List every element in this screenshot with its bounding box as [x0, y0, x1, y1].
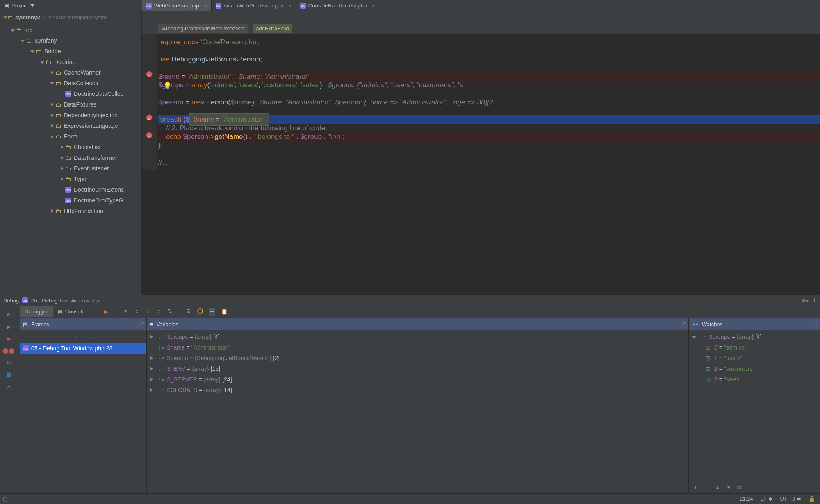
watch-root[interactable]: ⋮≡$groups = {array} [4] — [689, 331, 820, 342]
frame-row[interactable]: php 05 - Debug Tool Window.php:23 — [20, 343, 146, 354]
chevron-right-icon[interactable] — [49, 208, 55, 214]
mute-breakpoints-icon[interactable]: ⊘ — [7, 359, 11, 366]
breakpoint-icon[interactable] — [146, 114, 153, 121]
chevron-right-icon[interactable] — [59, 144, 65, 150]
settings-icon[interactable]: ☰ — [209, 308, 215, 316]
down-arrow-icon[interactable]: ↓ — [89, 334, 92, 341]
tree-node[interactable]: 🗀CacheWarmer — [0, 67, 141, 78]
tab-consolehandler[interactable]: php ConsoleHandlerTest.php × — [296, 0, 379, 11]
close-icon[interactable]: × — [288, 2, 292, 9]
step-into-icon[interactable]: ⭝ — [134, 309, 139, 315]
encoding[interactable]: UTF-8 ≑ — [780, 496, 801, 502]
step-out-icon[interactable]: ⭜ — [156, 309, 161, 315]
tree-node[interactable]: 🗀EventListener — [0, 163, 141, 174]
chevron-down-icon[interactable] — [49, 133, 55, 140]
pin-icon[interactable]: →' — [137, 321, 143, 327]
tree-node[interactable]: 🗀DataCollector — [0, 78, 141, 89]
chevron-right-icon[interactable] — [59, 154, 65, 161]
tab-webprocessor[interactable]: php WebProcessor.php × — [142, 0, 212, 11]
tree-node[interactable]: 🗀DataFixtures — [0, 99, 141, 110]
tree-node[interactable]: 🗀ChoiceList — [0, 142, 141, 152]
variable-row[interactable]: ⋮≡$_SERVER = {array} [24] — [147, 374, 688, 385]
pin-icon[interactable]: →' — [811, 321, 817, 327]
tree-node[interactable]: 🗀HttpFoundation — [0, 206, 141, 216]
chevron-right-icon[interactable] — [49, 112, 55, 118]
step-over-icon[interactable]: ⭜ — [123, 309, 128, 315]
expand-icon[interactable] — [150, 334, 156, 340]
view-breakpoints-icon[interactable]: ⬤⬤ — [2, 347, 15, 354]
variable-row[interactable]: ⋮≡$_ENV = {array} [15] — [147, 363, 688, 374]
expand-icon[interactable] — [3, 16, 7, 19]
chevron-down-icon[interactable] — [30, 48, 35, 54]
download-icon[interactable]: ⤓ — [812, 297, 817, 304]
variable-row[interactable]: ⋮≡$GLOBALS = {array} [14] — [147, 385, 688, 395]
tree-node[interactable]: 🗀Form — [0, 131, 141, 142]
pin-icon[interactable]: →' — [679, 321, 685, 327]
tab-webprocessor2[interactable]: php src/.../WebProcessor.php × — [212, 0, 296, 11]
up-arrow-icon[interactable]: ↑ — [74, 334, 77, 341]
gear-icon[interactable]: ✱▾ — [802, 297, 809, 304]
variable-row[interactable]: ⋮≡$person = {Debugging\JetBrains\Person}… — [147, 353, 688, 363]
watch-icon[interactable] — [197, 308, 203, 315]
layout-icon[interactable]: ▥ — [6, 371, 11, 377]
line-separator[interactable]: LF ≑ — [761, 496, 773, 502]
pin-tab-icon[interactable]: 📋 — [221, 309, 228, 315]
variable-row[interactable]: ⋮≡$name = "Administrator" — [147, 342, 688, 353]
breadcrumb-namespace[interactable]: \Monolog\Processor\WebProcessor — [158, 24, 248, 33]
tree-node[interactable]: 🗀src — [0, 25, 141, 35]
chevron-right-icon[interactable] — [49, 101, 55, 108]
run-to-cursor-icon[interactable]: ⭝I — [167, 308, 173, 316]
watch-item[interactable]: ⊡3 = "sales" — [689, 374, 820, 385]
tab-console[interactable]: ▤Console→' — [53, 306, 98, 317]
tree-node[interactable]: 🗀DependencyInjection — [0, 110, 141, 120]
tree-node[interactable]: 🗀ExpressionLanguage — [0, 120, 141, 131]
tree-node[interactable]: phpDoctrineOrmTypeG — [0, 195, 141, 206]
chevron-down-icon[interactable] — [10, 27, 16, 33]
up-icon[interactable]: ▲ — [715, 484, 720, 490]
project-root[interactable]: 🗀 symfony2 (~/PhpstormProjects/symfo — [0, 11, 141, 23]
chevron-down-icon[interactable] — [20, 37, 25, 44]
cursor-position[interactable]: 21:24 — [740, 496, 753, 502]
watch-item[interactable]: ⊡2 = "customers" — [689, 363, 820, 374]
project-selector[interactable]: ▣ Project — [0, 2, 39, 9]
editor-gutter[interactable] — [142, 34, 157, 170]
remove-watch-icon[interactable]: － — [704, 484, 709, 491]
tool-window-icon[interactable]: ▢ — [0, 493, 11, 504]
down-icon[interactable]: ▼ — [726, 484, 731, 490]
expand-icon[interactable] — [150, 387, 156, 393]
copy-icon[interactable]: ⧉ — [737, 484, 741, 491]
chevron-right-icon[interactable] — [59, 165, 65, 172]
tab-debugger[interactable]: Debugger — [20, 306, 53, 317]
more-icon[interactable]: » — [7, 383, 10, 389]
tree-node[interactable]: phpDoctrineDataCollec — [0, 89, 141, 99]
expand-icon[interactable] — [692, 334, 698, 340]
add-watch-icon[interactable]: ＋ — [693, 484, 698, 491]
force-step-into-icon[interactable]: ⭝ — [145, 309, 150, 315]
tree-node[interactable]: 🗀Doctrine — [0, 57, 141, 67]
breadcrumb-method[interactable]: addExtraField — [253, 24, 292, 33]
tree-node[interactable]: 🗀Type — [0, 174, 141, 184]
code-editor[interactable]: require_once 'Code/Person.php'; use Debu… — [142, 34, 820, 170]
tree-node[interactable]: 🗀Symfony — [0, 35, 141, 46]
chevron-right-icon[interactable] — [59, 176, 65, 182]
lock-icon[interactable]: 🔓 — [809, 496, 815, 502]
stop-icon[interactable]: ■ — [7, 336, 10, 342]
bulb-icon[interactable]: 💡 — [163, 82, 172, 90]
chevron-right-icon[interactable] — [49, 69, 55, 76]
expand-icon[interactable] — [150, 355, 156, 361]
breakpoint-icon[interactable] — [146, 132, 153, 138]
evaluate-icon[interactable]: 🖩 — [186, 309, 191, 315]
watch-item[interactable]: ⊡1 = "users" — [689, 353, 820, 363]
resume-icon[interactable]: ▶ — [7, 324, 11, 330]
breakpoint-icon[interactable] — [146, 71, 153, 77]
tree-node[interactable]: 🗀Bridge — [0, 46, 141, 57]
tree-node[interactable]: 🗀DataTransformer — [0, 152, 141, 163]
chevron-right-icon[interactable] — [49, 123, 55, 129]
variable-row[interactable]: ⋮≡$groups = {array} [4] — [147, 331, 688, 342]
close-icon[interactable]: × — [371, 2, 375, 9]
pin-icon[interactable]: →' — [87, 309, 93, 315]
expand-icon[interactable] — [150, 366, 156, 372]
close-icon[interactable]: × — [204, 2, 207, 9]
watch-item[interactable]: ⊡0 = "admins" — [689, 342, 820, 353]
chevron-down-icon[interactable] — [49, 80, 55, 86]
